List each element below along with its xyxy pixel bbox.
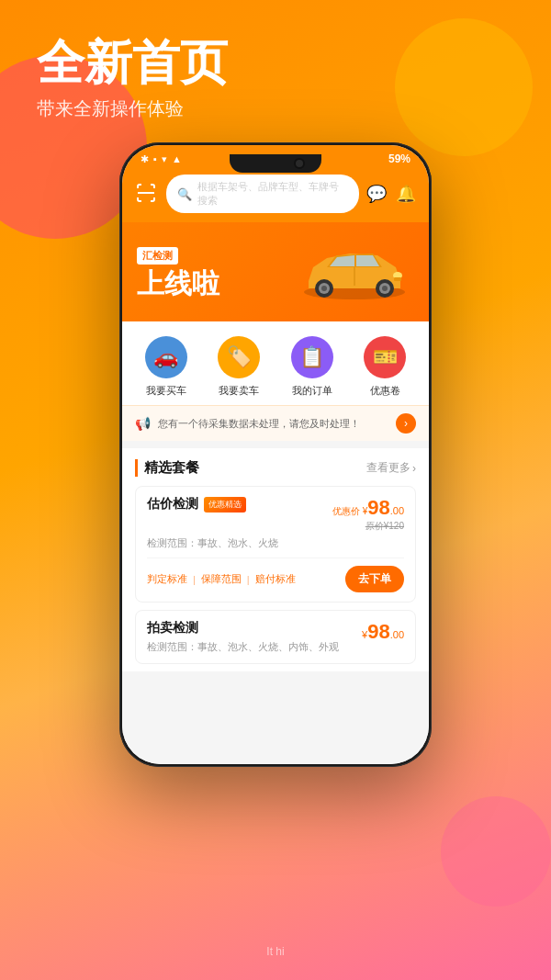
action-sell-car[interactable]: 🏷️ 我要卖车	[208, 336, 270, 398]
search-placeholder-text: 根据车架号、品牌车型、车牌号搜索	[197, 180, 348, 208]
section-gap-1	[122, 441, 429, 448]
status-left-icons: ✱ ▪ ▾ ▲	[141, 153, 182, 165]
package-1-link-2[interactable]: 保障范围	[201, 572, 242, 586]
svg-point-7	[382, 286, 388, 291]
app-header: 🔍 根据车架号、品牌车型、车牌号搜索 💬 🔔	[122, 169, 429, 222]
sell-car-icon: 🏷️	[218, 336, 260, 378]
notification-arrow[interactable]: ›	[396, 413, 416, 434]
action-coupons[interactable]: 🎫 优惠卷	[354, 336, 416, 398]
package-1-top: 估价检测 优惠精选 优惠价 ¥98.00 原价¥120	[147, 496, 404, 533]
wifi-icon: ▾	[162, 153, 167, 165]
package-1-link-1[interactable]: 判定标准	[147, 572, 187, 586]
scan-icon[interactable]	[135, 182, 159, 206]
bluetooth-icon: ✱	[141, 153, 149, 165]
package-1-price: 优惠价 ¥98.00 原价¥120	[332, 496, 404, 533]
banner: 汇检测 上线啦	[122, 222, 429, 321]
section-header: 精选套餐 查看更多 ›	[135, 459, 416, 477]
package-1-badge: 优惠精选	[204, 497, 246, 513]
chevron-right-icon: ›	[412, 462, 416, 475]
signal-icon: ▲	[172, 153, 182, 164]
search-bar[interactable]: 🔍 根据车架号、品牌车型、车牌号搜索	[166, 175, 359, 213]
package-2-name: 拍卖检测	[147, 620, 339, 636]
package-1-title-row: 估价检测 优惠精选	[147, 496, 246, 513]
package-1-name: 估价检测	[147, 496, 198, 513]
link-divider-1: |	[193, 574, 196, 585]
banner-car-image	[295, 235, 414, 309]
banner-tag: 汇检测	[137, 247, 178, 265]
package-1-footer: 判定标准 | 保障范围 | 赔付标准 去下单	[147, 558, 404, 592]
buy-car-icon: 🚗	[145, 336, 187, 378]
hero-section: 全新首页 带来全新操作体验	[37, 37, 228, 121]
coupons-icon: 🎫	[364, 336, 406, 378]
package-card-1: 估价检测 优惠精选 优惠价 ¥98.00 原价¥120 检测范围：事故、泡水、火…	[135, 486, 416, 603]
banner-title: 上线啦	[137, 268, 219, 299]
phone-notch	[230, 154, 321, 173]
header-icons: 💬 🔔	[366, 184, 416, 204]
banner-left: 汇检测 上线啦	[137, 246, 219, 299]
orders-label: 我的订单	[292, 384, 332, 398]
front-camera	[294, 158, 305, 169]
svg-point-4	[321, 286, 327, 291]
notification-text: 您有一个待采集数据未处理，请您及时处理！	[158, 417, 388, 431]
sell-car-label: 我要卖车	[219, 384, 259, 398]
package-2-left: 拍卖检测 检测范围：事故、泡水、火烧、内饰、外观	[147, 620, 339, 654]
scroll-area	[122, 671, 429, 764]
package-1-link-3[interactable]: 赔付标准	[255, 572, 296, 586]
bottom-hint: It hi	[266, 945, 284, 958]
bg-decoration-3	[441, 796, 551, 907]
phone-screen: ✱ ▪ ▾ ▲ 59% 🔍 根据车架号、品牌车型、车牌号搜索 💬 🔔	[122, 145, 429, 764]
section-more-text: 查看更多	[366, 460, 410, 476]
link-divider-2: |	[247, 574, 250, 585]
package-card-2: 拍卖检测 检测范围：事故、泡水、火烧、内饰、外观 ¥98.00	[135, 610, 416, 664]
action-orders[interactable]: 📋 我的订单	[281, 336, 343, 398]
section-more-link[interactable]: 查看更多 ›	[366, 460, 416, 476]
orders-icon: 📋	[291, 336, 333, 378]
package-2-top: 拍卖检测 检测范围：事故、泡水、火烧、内饰、外观 ¥98.00	[147, 620, 404, 654]
coupons-label: 优惠卷	[370, 384, 400, 398]
action-buy-car[interactable]: 🚗 我要买车	[135, 336, 197, 398]
battery-level: 59%	[388, 152, 410, 165]
buy-car-label: 我要买车	[146, 384, 186, 398]
package-2-desc: 检测范围：事故、泡水、火烧、内饰、外观	[147, 640, 339, 654]
featured-section: 精选套餐 查看更多 › 估价检测 优惠精选 优惠价 ¥98.00	[122, 448, 429, 671]
svg-rect-9	[394, 277, 401, 281]
hero-subtitle: 带来全新操作体验	[37, 96, 228, 121]
bell-icon[interactable]: 🔔	[396, 184, 416, 204]
vibrate-icon: ▪	[153, 153, 157, 164]
package-1-price-label: 优惠价 ¥98.00	[332, 506, 404, 516]
package-1-order-button[interactable]: 去下单	[345, 566, 404, 592]
notification-icon: 📢	[135, 416, 151, 431]
quick-actions: 🚗 我要买车 🏷️ 我要卖车 📋 我的订单 🎫 优惠卷	[122, 321, 429, 405]
section-title: 精选套餐	[135, 459, 199, 477]
phone-frame: ✱ ▪ ▾ ▲ 59% 🔍 根据车架号、品牌车型、车牌号搜索 💬 🔔	[119, 142, 432, 767]
package-1-original-price: 原价¥120	[332, 520, 404, 533]
package-1-links: 判定标准 | 保障范围 | 赔付标准	[147, 572, 296, 586]
search-icon: 🔍	[177, 187, 192, 201]
message-icon[interactable]: 💬	[366, 184, 387, 204]
package-1-desc: 检测范围：事故、泡水、火烧	[147, 536, 404, 550]
package-2-price: ¥98.00	[362, 620, 404, 644]
hero-title: 全新首页	[37, 37, 228, 89]
notification-bar[interactable]: 📢 您有一个待采集数据未处理，请您及时处理！ ›	[122, 405, 429, 441]
bg-decoration-2	[395, 18, 533, 156]
